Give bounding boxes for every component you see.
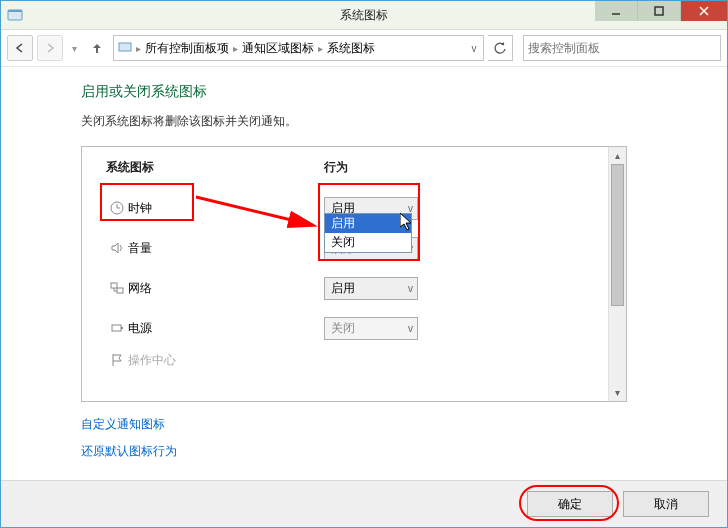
behavior-select-network[interactable]: 启用 v [324,277,418,300]
dropdown-option[interactable]: 关闭 [325,233,411,252]
svg-rect-15 [121,327,123,329]
cancel-button[interactable]: 取消 [623,491,709,517]
breadcrumb-sep: ▸ [318,43,323,54]
network-icon [106,280,128,296]
scroll-thumb[interactable] [611,164,624,306]
list-label: 音量 [128,240,324,257]
chevron-down-icon: v [408,283,413,294]
svg-rect-3 [655,7,663,15]
nav-up-button[interactable] [85,36,109,60]
list-label: 网络 [128,280,324,297]
link-customize-icons[interactable]: 自定义通知图标 [81,416,687,433]
chevron-down-icon: v [408,203,413,214]
list-label: 电源 [128,320,324,337]
list-label: 操作中心 [128,352,324,369]
control-panel-icon [7,7,23,23]
nav-history-dropdown[interactable]: ▾ [67,36,81,60]
flag-icon [106,352,128,368]
list-row-action-center: 操作中心 [106,348,599,372]
list-label: 时钟 [128,200,324,217]
page-heading: 启用或关闭系统图标 [81,83,687,101]
svg-rect-1 [8,10,22,12]
volume-icon [106,240,128,256]
breadcrumb[interactable]: 系统图标 [327,40,375,57]
refresh-button[interactable] [488,35,513,61]
titlebar: 系统图标 [1,1,727,30]
power-icon [106,320,128,336]
svg-rect-14 [112,325,121,331]
scroll-down-button[interactable]: ▾ [609,384,626,401]
content-area: 启用或关闭系统图标 关闭系统图标将删除该图标并关闭通知。 系统图标 行为 时钟 … [1,65,727,481]
nav-row: ▾ ▸ 所有控制面板项 ▸ 通知区域图标 ▸ 系统图标 v [1,30,727,67]
nav-back-button[interactable] [7,35,33,61]
close-button[interactable] [681,1,727,21]
maximize-button[interactable] [638,1,681,21]
behavior-select-power: 关闭 v [324,317,418,340]
scrollbar[interactable]: ▴ ▾ [608,147,626,401]
icon-list-frame: 系统图标 行为 时钟 启用 v [81,146,627,402]
control-panel-icon [118,40,132,57]
svg-rect-11 [117,288,123,293]
search-input[interactable] [523,35,721,61]
breadcrumb[interactable]: 通知区域图标 [242,40,314,57]
scroll-up-button[interactable]: ▴ [609,147,626,164]
list-row-network: 网络 启用 v [106,268,599,308]
address-dropdown-icon[interactable]: v [465,43,483,54]
address-bar[interactable]: ▸ 所有控制面板项 ▸ 通知区域图标 ▸ 系统图标 v [113,35,484,61]
clock-icon [106,200,128,216]
column-header-icon: 系统图标 [106,159,324,176]
chevron-down-icon: v [408,323,413,334]
column-header-action: 行为 [324,159,524,176]
svg-rect-10 [111,283,117,288]
dropdown-option[interactable]: 启用 [325,214,411,233]
breadcrumb-sep: ▸ [233,43,238,54]
nav-forward-button[interactable] [37,35,63,61]
breadcrumb[interactable]: 所有控制面板项 [145,40,229,57]
link-restore-defaults[interactable]: 还原默认图标行为 [81,443,687,460]
page-subtext: 关闭系统图标将删除该图标并关闭通知。 [81,113,687,130]
minimize-button[interactable] [595,1,638,21]
ok-button[interactable]: 确定 [527,491,613,517]
svg-rect-6 [119,43,131,51]
footer: 确定 取消 [1,480,727,527]
breadcrumb-sep: ▸ [136,43,141,54]
behavior-dropdown-open[interactable]: 启用 关闭 [324,213,412,253]
list-row-power: 电源 关闭 v [106,308,599,348]
cursor-icon [400,213,416,233]
